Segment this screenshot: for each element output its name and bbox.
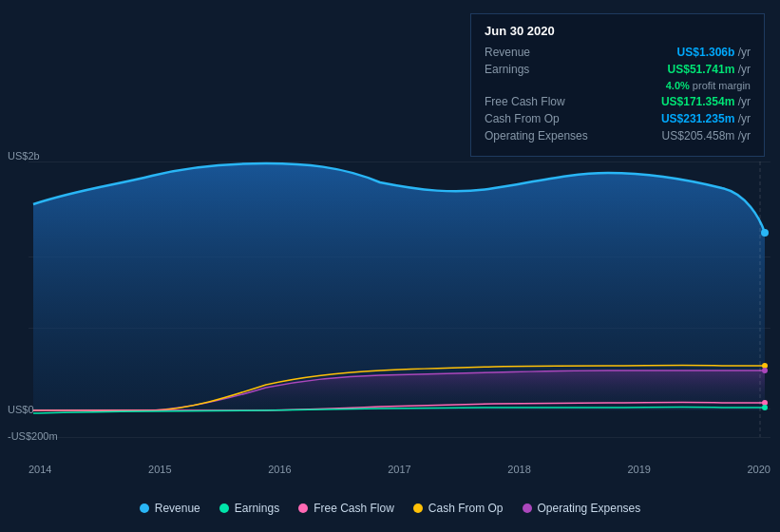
legend-dot-revenue: [140, 504, 149, 513]
legend-item-revenue[interactable]: Revenue: [140, 502, 200, 515]
tooltip-date: Jun 30 2020: [485, 24, 751, 38]
tooltip-value-fcf: US$171.354m /yr: [661, 95, 751, 108]
legend-dot-earnings: [219, 504, 229, 513]
legend-item-opexp[interactable]: Operating Expenses: [523, 502, 641, 515]
legend-label-earnings: Earnings: [235, 502, 279, 515]
tooltip-value-earnings: US$51.741m /yr: [668, 63, 751, 76]
y-label-0: US$0: [8, 404, 34, 415]
tooltip-row-revenue: Revenue US$1.306b /yr: [485, 46, 751, 59]
legend-item-cashop[interactable]: Cash From Op: [413, 502, 504, 515]
legend-dot-opexp: [523, 504, 532, 513]
x-label-2020: 2020: [747, 464, 770, 475]
tooltip: Jun 30 2020 Revenue US$1.306b /yr Earnin…: [470, 13, 765, 157]
tooltip-label-earnings: Earnings: [485, 63, 608, 76]
x-label-2018: 2018: [507, 464, 530, 475]
tooltip-value-margin: 4.0% profit margin: [666, 80, 751, 91]
legend-label-opexp: Operating Expenses: [538, 502, 641, 515]
x-label-2015: 2015: [148, 464, 171, 475]
x-axis-labels: 2014 2015 2016 2017 2018 2019 2020: [29, 464, 770, 475]
x-label-2017: 2017: [388, 464, 410, 475]
legend: Revenue Earnings Free Cash Flow Cash Fro…: [0, 494, 780, 522]
y-label-neg200m: -US$200m: [8, 430, 58, 442]
tooltip-row-margin: 4.0% profit margin: [485, 80, 751, 91]
tooltip-value-cashop: US$231.235m /yr: [661, 112, 751, 125]
x-label-2014: 2014: [29, 464, 51, 475]
chart-container: US$2b US$0 -US$200m 2014 2015 2016 2017 …: [0, 0, 780, 532]
svg-point-5: [762, 405, 768, 410]
tooltip-label-opexp: Operating Expenses: [485, 129, 608, 142]
legend-label-cashop: Cash From Op: [428, 502, 504, 515]
tooltip-row-fcf: Free Cash Flow US$171.354m /yr: [485, 95, 751, 108]
legend-item-earnings[interactable]: Earnings: [219, 502, 279, 515]
tooltip-row-opexp: Operating Expenses US$205.458m /yr: [485, 129, 751, 142]
legend-label-fcf: Free Cash Flow: [314, 502, 394, 515]
tooltip-row-earnings: Earnings US$51.741m /yr: [485, 63, 751, 76]
svg-point-1: [761, 229, 769, 237]
svg-point-3: [762, 368, 768, 373]
tooltip-value-revenue: US$1.306b /yr: [677, 46, 751, 59]
tooltip-label-cashop: Cash From Op: [485, 112, 608, 125]
y-label-2b: US$2b: [8, 150, 40, 162]
tooltip-row-cashop: Cash From Op US$231.235m /yr: [485, 112, 751, 125]
tooltip-value-opexp: US$205.458m /yr: [662, 129, 751, 142]
tooltip-label-fcf: Free Cash Flow: [485, 95, 608, 108]
x-label-2016: 2016: [268, 464, 291, 475]
legend-dot-fcf: [298, 504, 308, 513]
legend-dot-cashop: [413, 504, 423, 513]
legend-item-fcf[interactable]: Free Cash Flow: [298, 502, 394, 515]
tooltip-label-revenue: Revenue: [485, 46, 608, 59]
legend-label-revenue: Revenue: [155, 502, 200, 515]
x-label-2019: 2019: [627, 464, 650, 475]
